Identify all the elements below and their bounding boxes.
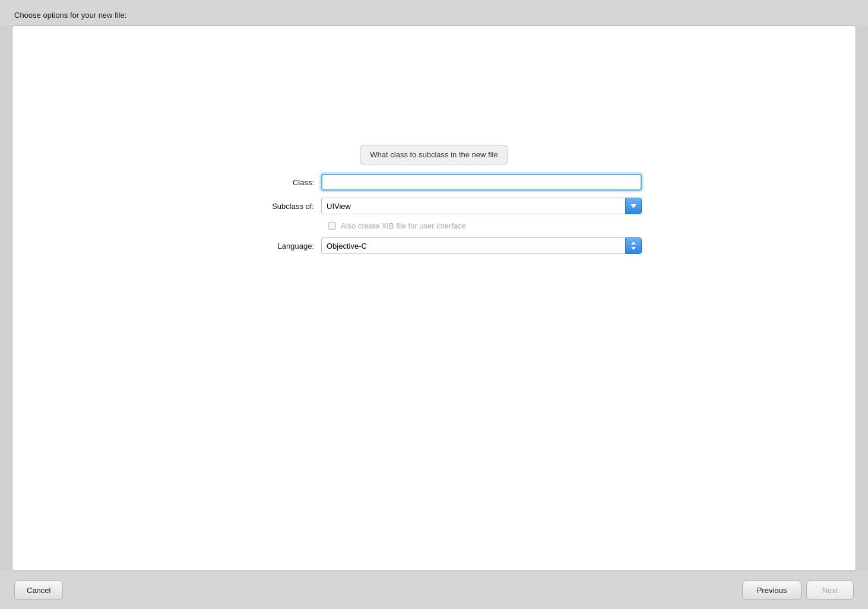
class-input-wrapper	[321, 174, 642, 191]
checkbox-row: Also create XIB file for user interface	[226, 221, 642, 230]
subclass-select-wrapper	[321, 198, 642, 214]
language-dropdown-button[interactable]	[625, 237, 642, 254]
footer-right: Previous Next	[742, 581, 854, 600]
subclass-label: Subclass of:	[226, 202, 321, 211]
dialog-title-bar: Choose options for your new file:	[0, 0, 868, 26]
checkbox-text: Also create XIB file for user interface	[341, 221, 466, 230]
class-label: Class:	[226, 178, 321, 187]
subclass-row: Subclass of:	[226, 198, 642, 214]
dialog-title: Choose options for your new file:	[14, 11, 126, 20]
checkbox-label[interactable]: Also create XIB file for user interface	[328, 221, 466, 230]
dialog-wrapper: Choose options for your new file: What c…	[0, 0, 868, 609]
dialog-content-area: What class to subclass in the new file C…	[12, 26, 856, 571]
language-label: Language:	[226, 242, 321, 250]
language-row: Language:	[226, 237, 642, 254]
previous-button[interactable]: Previous	[742, 581, 802, 600]
dialog-footer: Cancel Previous Next	[0, 571, 868, 609]
class-row: Class:	[226, 174, 642, 191]
language-select-wrapper	[321, 237, 642, 254]
next-button: Next	[806, 581, 854, 600]
subclass-dropdown-button[interactable]	[625, 198, 642, 214]
subclass-control-wrapper	[321, 198, 642, 214]
class-input[interactable]	[321, 174, 642, 191]
subclass-select[interactable]	[321, 198, 625, 214]
tooltip-bubble: What class to subclass in the new file	[360, 145, 508, 164]
cancel-button[interactable]: Cancel	[14, 581, 63, 600]
form-container: What class to subclass in the new file C…	[226, 145, 642, 261]
language-select[interactable]	[321, 237, 625, 254]
footer-left: Cancel	[14, 581, 63, 600]
xib-checkbox[interactable]	[328, 222, 336, 230]
language-control-wrapper	[321, 237, 642, 254]
